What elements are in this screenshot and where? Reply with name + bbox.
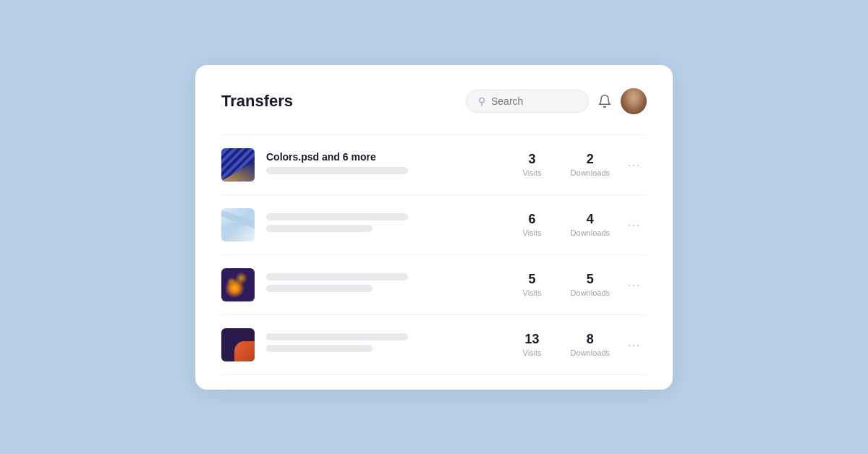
visits-stat: 5Visits (514, 272, 550, 298)
transfer-stats: 6Visits4Downloads (514, 212, 610, 238)
downloads-label: Downloads (571, 288, 610, 297)
transfer-item: Colors.psd and 6 more3Visits2Downloads⋯ (221, 134, 647, 195)
transfer-info: Colors.psd and 6 more (266, 151, 503, 179)
visits-stat: 6Visits (514, 212, 550, 238)
skeleton-bar (266, 345, 373, 352)
downloads-label: Downloads (571, 228, 610, 237)
downloads-stat: 5Downloads (571, 272, 610, 298)
more-options-button[interactable]: ⋯ (621, 334, 647, 356)
skeleton-bar (266, 273, 408, 280)
transfer-stats: 5Visits5Downloads (514, 272, 610, 298)
search-icon: ⚲ (478, 95, 485, 107)
transfers-card: Transfers ⚲ Colors.psd and 6 more3Visits… (195, 65, 673, 390)
header: Transfers ⚲ (221, 88, 647, 114)
more-options-button[interactable]: ⋯ (621, 214, 647, 236)
visits-label: Visits (514, 288, 550, 297)
downloads-label: Downloads (571, 168, 610, 177)
downloads-label: Downloads (571, 348, 610, 357)
skeleton-bar (266, 285, 373, 292)
skeleton-bar (266, 333, 408, 340)
skeleton-bar (266, 213, 408, 220)
transfer-list: Colors.psd and 6 more3Visits2Downloads⋯6… (221, 134, 647, 375)
transfer-thumbnail (221, 268, 255, 301)
transfer-item: 6Visits4Downloads⋯ (221, 195, 647, 255)
visits-stat: 13Visits (514, 332, 550, 358)
downloads-value: 8 (571, 332, 610, 348)
page-title: Transfers (221, 92, 293, 111)
downloads-stat: 2Downloads (571, 152, 610, 178)
notification-bell-icon[interactable] (597, 94, 612, 108)
downloads-stat: 4Downloads (571, 212, 610, 238)
search-input[interactable] (491, 95, 576, 107)
header-actions: ⚲ (466, 88, 647, 114)
transfer-thumbnail (221, 208, 255, 241)
visits-stat: 3Visits (514, 152, 550, 178)
visits-value: 13 (514, 332, 550, 348)
transfer-thumbnail (221, 148, 255, 181)
more-options-button[interactable]: ⋯ (621, 154, 647, 176)
visits-value: 3 (514, 152, 550, 168)
downloads-value: 5 (571, 272, 610, 288)
transfer-name: Colors.psd and 6 more (266, 151, 503, 163)
search-bar[interactable]: ⚲ (466, 90, 589, 113)
transfer-item: 5Visits5Downloads⋯ (221, 255, 647, 315)
transfer-item: 13Visits8Downloads⋯ (221, 315, 647, 375)
visits-label: Visits (514, 168, 550, 177)
visits-label: Visits (514, 348, 550, 357)
skeleton-bar (266, 225, 373, 232)
transfer-stats: 13Visits8Downloads (514, 332, 610, 358)
visits-value: 5 (514, 272, 550, 288)
avatar[interactable] (621, 88, 647, 114)
downloads-value: 2 (571, 152, 610, 168)
transfer-info (266, 213, 503, 236)
transfer-info (266, 333, 503, 356)
transfer-thumbnail (221, 328, 255, 361)
transfer-info (266, 273, 503, 296)
skeleton-bar (266, 167, 408, 174)
visits-value: 6 (514, 212, 550, 228)
downloads-value: 4 (571, 212, 610, 228)
transfer-stats: 3Visits2Downloads (514, 152, 610, 178)
visits-label: Visits (514, 228, 550, 237)
downloads-stat: 8Downloads (571, 332, 610, 358)
more-options-button[interactable]: ⋯ (621, 274, 647, 296)
